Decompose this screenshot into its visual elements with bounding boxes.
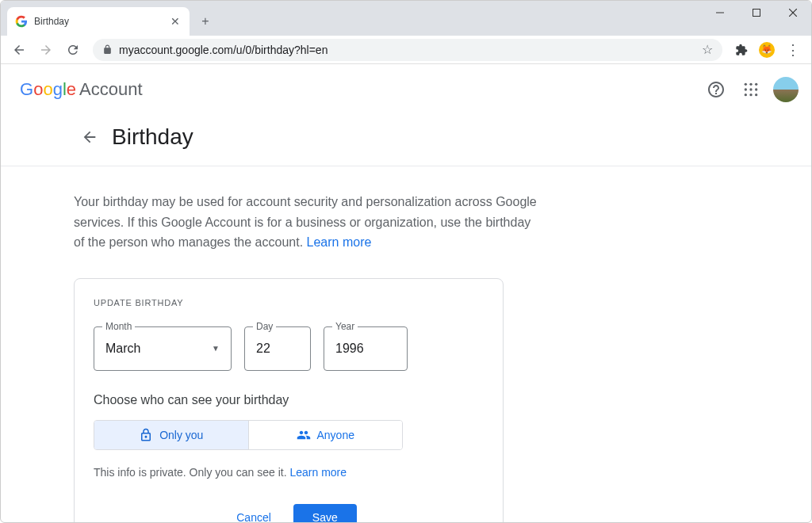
address-bar-row: myaccount.google.com/u/0/birthday?hl=en …: [1, 36, 811, 64]
reload-button[interactable]: [61, 38, 85, 62]
day-value: 22: [256, 342, 270, 356]
privacy-text-content: This info is private. Only you can see i…: [94, 466, 289, 479]
description-text: Your birthday may be used for account se…: [74, 195, 537, 249]
month-value: March: [105, 342, 140, 356]
content-area: Google Account Birthday Your birthday ma…: [1, 64, 811, 522]
chevron-down-icon: ▼: [212, 344, 220, 353]
privacy-heading: Choose who can see your birthday: [94, 393, 484, 407]
year-input[interactable]: Year 1996: [324, 326, 408, 371]
forward-button[interactable]: [34, 38, 58, 62]
svg-point-11: [749, 94, 752, 96]
url-text: myaccount.google.com/u/0/birthday?hl=en: [119, 44, 695, 56]
people-icon: [297, 428, 311, 442]
privacy-learn-more-link[interactable]: Learn more: [289, 466, 347, 479]
only-you-label: Only you: [159, 429, 203, 441]
svg-point-9: [755, 88, 757, 90]
account-word: Account: [79, 79, 143, 100]
day-input[interactable]: Day 22: [244, 326, 311, 371]
year-label: Year: [332, 321, 358, 332]
year-value: 1996: [335, 342, 364, 356]
svg-point-5: [749, 83, 752, 86]
google-favicon: [15, 15, 28, 28]
extension-badge[interactable]: 🦊: [756, 39, 778, 61]
lock-icon: [102, 44, 113, 55]
profile-avatar[interactable]: [773, 77, 799, 102]
privacy-segmented-control: Only you Anyone: [94, 420, 403, 450]
svg-point-10: [745, 94, 747, 96]
lock-icon: [139, 428, 153, 442]
page-title: Birthday: [112, 124, 193, 150]
update-birthday-card: UPDATE BIRTHDAY Month March ▼ Day 22 Yea…: [74, 278, 504, 522]
google-account-logo[interactable]: Google Account: [20, 79, 143, 100]
anyone-label: Anyone: [317, 429, 354, 441]
day-label: Day: [253, 321, 276, 332]
learn-more-link[interactable]: Learn more: [307, 235, 372, 249]
maximize-button[interactable]: [738, 1, 775, 25]
cancel-button[interactable]: Cancel: [220, 504, 287, 522]
tab-title: Birthday: [34, 16, 163, 27]
bookmark-star-icon[interactable]: ☆: [702, 42, 713, 57]
month-label: Month: [102, 321, 135, 332]
month-select[interactable]: Month March ▼: [94, 326, 232, 371]
browser-titlebar: Birthday ✕ +: [1, 1, 811, 36]
app-header: Google Account: [1, 64, 811, 115]
extensions-icon[interactable]: [730, 39, 753, 61]
help-icon[interactable]: [700, 74, 732, 105]
main-content: Your birthday may be used for account se…: [1, 166, 540, 522]
page-title-row: Birthday: [1, 115, 811, 166]
window-controls: [702, 1, 811, 25]
back-button[interactable]: [7, 38, 31, 62]
svg-point-8: [749, 88, 752, 90]
page-description: Your birthday may be used for account se…: [74, 192, 540, 253]
close-window-button[interactable]: [775, 1, 811, 25]
back-arrow-icon[interactable]: [74, 121, 105, 153]
privacy-text: This info is private. Only you can see i…: [94, 466, 484, 479]
date-fields: Month March ▼ Day 22 Year 1996: [94, 326, 484, 371]
browser-tab[interactable]: Birthday ✕: [7, 7, 190, 36]
tab-close-icon[interactable]: ✕: [169, 15, 182, 28]
svg-point-6: [755, 83, 757, 86]
address-bar[interactable]: myaccount.google.com/u/0/birthday?hl=en …: [93, 39, 722, 61]
svg-point-4: [745, 83, 747, 86]
option-only-you[interactable]: Only you: [94, 421, 248, 449]
action-buttons: Cancel Save: [94, 504, 484, 522]
card-label: UPDATE BIRTHDAY: [94, 298, 484, 307]
minimize-button[interactable]: [702, 1, 738, 25]
browser-menu-icon[interactable]: ⋮: [781, 38, 805, 62]
new-tab-button[interactable]: +: [194, 10, 216, 32]
svg-point-7: [745, 88, 747, 90]
option-anyone[interactable]: Anyone: [248, 421, 403, 449]
svg-point-12: [755, 94, 757, 96]
apps-grid-icon[interactable]: [735, 74, 767, 105]
save-button[interactable]: Save: [293, 504, 357, 522]
svg-rect-1: [753, 10, 760, 17]
